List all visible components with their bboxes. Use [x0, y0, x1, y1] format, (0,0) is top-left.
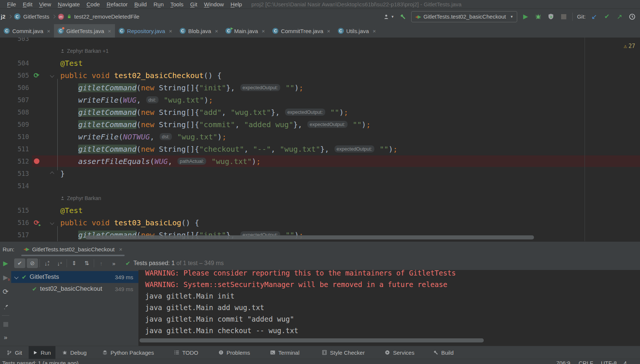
- test-settings-icon[interactable]: [1, 303, 10, 312]
- menu-item-help[interactable]: Help: [227, 1, 246, 7]
- tab-blob-java[interactable]: CBlob.java×: [176, 24, 222, 38]
- menu-item-view[interactable]: View: [36, 1, 54, 7]
- breadcrumb-project[interactable]: j2: [1, 13, 6, 20]
- close-icon[interactable]: ×: [47, 28, 50, 34]
- more-icon[interactable]: »: [1, 333, 10, 342]
- tab-committree-java[interactable]: CCommitTree.java×: [269, 24, 334, 38]
- close-icon[interactable]: ×: [119, 246, 122, 252]
- chevron-down-icon[interactable]: [14, 275, 18, 279]
- run-icon[interactable]: ▶: [522, 12, 530, 21]
- close-icon[interactable]: ×: [262, 28, 265, 34]
- file-encoding[interactable]: UTF-8: [601, 360, 617, 364]
- toolwindow-button-debug[interactable]: Debug: [58, 346, 91, 359]
- test-tree-row-test02_basicCheckout[interactable]: ✔test02_basicCheckout349 ms: [11, 283, 138, 295]
- history-clock-icon[interactable]: [628, 12, 636, 21]
- tests-passed-label: Tests passed: 1: [133, 260, 175, 266]
- collapse-all-icon[interactable]: ⇅: [81, 258, 92, 268]
- test-tree-row-GitletTests[interactable]: ✔GitletTests349 ms: [11, 271, 138, 283]
- code-vision-author[interactable]: Zephyr Barkan: [0, 192, 640, 204]
- toolwindow-button-todo[interactable]: TODO: [170, 346, 203, 359]
- coverage-icon[interactable]: [547, 12, 555, 21]
- show-ignored-icon[interactable]: ⊘: [27, 258, 38, 268]
- close-icon[interactable]: ×: [327, 28, 330, 34]
- console-output: WARNING: Please consider reporting this …: [138, 270, 640, 336]
- breakpoint-icon[interactable]: [34, 158, 39, 164]
- menu-item-window[interactable]: Window: [201, 1, 227, 7]
- toolwindow-button-terminal[interactable]: Terminal: [266, 346, 304, 359]
- menu-item-edit[interactable]: Edit: [19, 1, 36, 7]
- code-token: @Test: [60, 206, 83, 215]
- close-icon[interactable]: ×: [372, 28, 376, 34]
- user-dropdown-icon[interactable]: ▼: [383, 12, 394, 21]
- fold-down-icon[interactable]: [50, 73, 54, 77]
- run-configuration-select[interactable]: ◀▶ GitletTests.test02_basicCheckout ▼: [411, 11, 517, 22]
- caret-position[interactable]: 706:9: [556, 360, 570, 364]
- fold-marker-cell: [44, 172, 60, 175]
- console-horizontal-scrollbar[interactable]: [140, 338, 484, 342]
- code-token: ,: [244, 145, 253, 154]
- code-editor[interactable]: ⚠ 27 503Zephyr Barkan +1504@Test505⟳publ…: [0, 38, 640, 241]
- stop-icon[interactable]: [560, 12, 568, 21]
- close-icon[interactable]: ×: [169, 28, 172, 34]
- line-separator[interactable]: CRLF: [579, 360, 593, 364]
- toolwindow-button-git[interactable]: Git: [2, 346, 26, 359]
- previous-failed-test-icon[interactable]: ↑: [96, 258, 107, 268]
- fold-down-icon[interactable]: [50, 220, 54, 225]
- show-passed-icon[interactable]: ✔: [14, 258, 25, 268]
- indent-style[interactable]: 4 spaces: [624, 360, 640, 364]
- debug-icon[interactable]: [534, 12, 543, 21]
- toolwindow-button-build[interactable]: Build: [429, 346, 458, 359]
- menu-item-tools[interactable]: Tools: [167, 1, 187, 7]
- rerun-failed-tests-icon[interactable]: ▶9: [1, 273, 10, 282]
- tab-repository-java[interactable]: CRepository.java×: [115, 24, 176, 38]
- rerun-tests-icon[interactable]: ▶: [1, 259, 10, 268]
- breadcrumb: j2 C GitletTests m test22_removeDeletedF…: [1, 13, 140, 20]
- fold-up-icon[interactable]: [50, 171, 54, 175]
- more-icon[interactable]: »: [108, 258, 119, 268]
- git-update-icon[interactable]: ↙: [590, 12, 598, 21]
- editor-horizontal-scrollbar[interactable]: [86, 235, 534, 239]
- gutter-icon-cell: ⟳: [29, 72, 44, 79]
- close-icon[interactable]: ×: [108, 28, 111, 34]
- code-text: public void test03_basicLog() {: [60, 218, 199, 227]
- toolwindow-button-python-packages[interactable]: Python Packages: [98, 346, 159, 359]
- tab-main-java[interactable]: C▶Main.java×: [222, 24, 269, 38]
- tab-gitlettests-java[interactable]: CGitletTests.java×: [54, 24, 115, 38]
- toolwindow-button-services[interactable]: Services: [380, 346, 419, 359]
- close-icon[interactable]: ×: [215, 28, 218, 34]
- menu-item-file[interactable]: File: [4, 1, 19, 7]
- breadcrumb-method[interactable]: test22_removeDeletedFile: [74, 13, 140, 20]
- code-vision-author[interactable]: Zephyr Barkan +1: [0, 45, 640, 57]
- toggle-auto-test-icon[interactable]: ⟳: [1, 287, 10, 296]
- run-panel-tab[interactable]: ◀▶ GitletTests.test02_basicCheckout ×: [20, 242, 125, 257]
- breadcrumb-class[interactable]: GitletTests: [23, 13, 49, 20]
- code-token: "": [380, 145, 388, 154]
- toolwindow-button-problems[interactable]: Problems: [214, 346, 255, 359]
- code-token: gitletCommand: [78, 120, 137, 129]
- git-commit-icon[interactable]: ✔: [603, 12, 611, 21]
- build-hammer-icon[interactable]: [399, 12, 407, 21]
- sort-alphabetically-icon[interactable]: ↓az: [41, 258, 52, 268]
- expand-all-icon[interactable]: ⇕: [68, 258, 80, 268]
- tab-utils-java[interactable]: CUtils.java×: [334, 24, 380, 38]
- class-icon: C: [272, 28, 278, 34]
- run-console[interactable]: WARNING: Please consider reporting this …: [138, 270, 640, 346]
- test-passed-rerun-icon[interactable]: ⟳: [33, 72, 39, 79]
- code-token: [60, 145, 78, 154]
- code-text: gitletCommand(new String[]{"checkout", "…: [60, 145, 397, 154]
- menu-item-git[interactable]: Git: [187, 1, 201, 7]
- inspection-widget[interactable]: ⚠ 27: [624, 43, 635, 49]
- tab-commit-java[interactable]: CCommit.java×: [0, 24, 54, 38]
- toolwindow-button-style-checker[interactable]: Style Checker: [317, 346, 369, 359]
- code-line-510: 510 writeFile(NOTWUG, dst: "wug.txt");: [0, 131, 640, 143]
- menu-item-run[interactable]: Run: [150, 1, 167, 7]
- menu-item-code[interactable]: Code: [83, 1, 103, 7]
- test-failed-rerun-icon[interactable]: ⟳▶: [33, 219, 39, 226]
- toolwindow-button-run[interactable]: Run: [29, 346, 55, 359]
- menu-item-navigate[interactable]: Navigate: [54, 1, 83, 7]
- menu-item-build[interactable]: Build: [131, 1, 150, 7]
- git-push-icon[interactable]: ↗: [615, 12, 624, 21]
- menu-item-refactor[interactable]: Refactor: [103, 1, 131, 7]
- stop-icon[interactable]: [1, 320, 10, 329]
- sort-by-duration-icon[interactable]: ↓≡: [54, 258, 65, 268]
